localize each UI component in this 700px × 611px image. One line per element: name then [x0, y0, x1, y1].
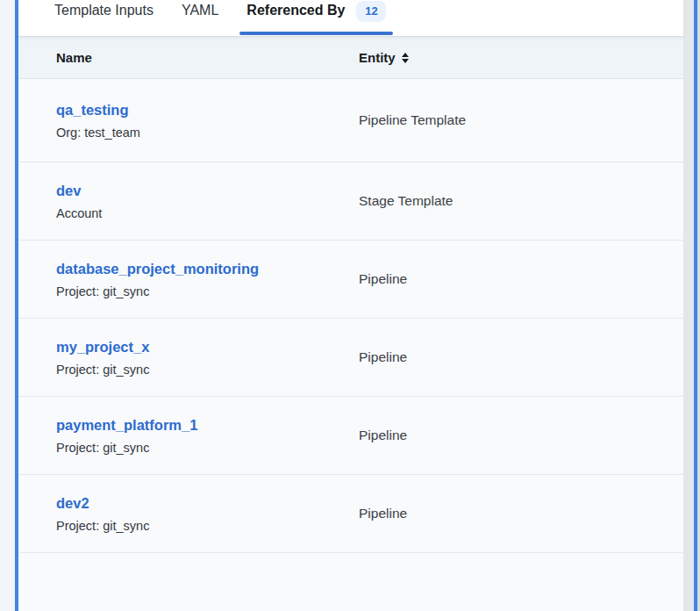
- reference-name-cell: dev2 Project: git_sync: [56, 494, 359, 534]
- reference-name-link[interactable]: dev: [56, 182, 81, 199]
- referenced-by-table: Name Entity qa_testing Org: test_team Pi…: [18, 37, 683, 611]
- table-row[interactable]: payment_platform_3: [18, 553, 683, 586]
- reference-name-cell: payment_platform_3: [56, 583, 359, 586]
- reference-scope-label: Project: git_sync: [56, 518, 359, 534]
- reference-name-cell: qa_testing Org: test_team: [56, 101, 359, 140]
- tab-label: Template Inputs: [54, 2, 154, 19]
- table-body: qa_testing Org: test_team Pipeline Templ…: [18, 79, 683, 586]
- table-row[interactable]: qa_testing Org: test_team Pipeline Templ…: [18, 79, 683, 162]
- reference-name-link[interactable]: dev2: [56, 494, 89, 512]
- entity-type-label: Pipeline Template: [359, 112, 466, 128]
- reference-name-cell: database_project_monitoring Project: git…: [56, 260, 359, 299]
- reference-scope-label: Project: git_sync: [56, 440, 359, 456]
- template-details-panel: Template Inputs YAML Referenced By 12 Na…: [0, 0, 700, 611]
- reference-name-link[interactable]: payment_platform_1: [56, 416, 197, 434]
- table-row[interactable]: dev Account Stage Template: [18, 162, 683, 241]
- table-header: Name Entity: [18, 37, 683, 79]
- reference-scope-label: Project: git_sync: [56, 284, 359, 299]
- tab-label: Referenced By: [246, 2, 345, 19]
- reference-name-cell: dev Account: [56, 182, 359, 221]
- table-row[interactable]: dev2 Project: git_sync Pipeline: [18, 475, 683, 553]
- column-header-name: Name: [56, 50, 359, 65]
- table-row[interactable]: payment_platform_1 Project: git_sync Pip…: [18, 397, 683, 475]
- column-header-entity[interactable]: Entity: [359, 50, 409, 65]
- table-row[interactable]: my_project_x Project: git_sync Pipeline: [18, 319, 683, 397]
- table-row[interactable]: database_project_monitoring Project: git…: [18, 241, 683, 319]
- tab-bar: Template Inputs YAML Referenced By 12: [18, 0, 683, 37]
- entity-type-label: Pipeline: [359, 271, 407, 287]
- reference-name-cell: my_project_x Project: git_sync: [56, 338, 359, 377]
- entity-type-label: Pipeline: [359, 428, 407, 443]
- reference-scope-label: Project: git_sync: [56, 362, 359, 377]
- reference-name-cell: payment_platform_1 Project: git_sync: [56, 416, 359, 456]
- entity-type-label: Pipeline: [359, 506, 407, 521]
- reference-name-link[interactable]: database_project_monitoring: [56, 260, 259, 277]
- column-header-entity-label: Entity: [359, 50, 396, 65]
- tab-template-inputs[interactable]: Template Inputs: [47, 0, 161, 36]
- reference-name-link[interactable]: payment_platform_3: [56, 583, 197, 586]
- panel-content: Template Inputs YAML Referenced By 12 Na…: [18, 0, 683, 611]
- page-background-left: [0, 0, 15, 611]
- reference-scope-label: Org: test_team: [56, 125, 359, 140]
- reference-scope-label: Account: [56, 205, 359, 221]
- sort-icon: [402, 53, 409, 63]
- referenced-by-count-badge: 12: [356, 1, 386, 22]
- scrollbar-track[interactable]: [683, 0, 694, 611]
- entity-type-label: Stage Template: [359, 193, 453, 209]
- tab-label: YAML: [182, 2, 218, 19]
- reference-name-link[interactable]: my_project_x: [56, 338, 149, 356]
- entity-type-label: Pipeline: [359, 349, 407, 365]
- reference-name-link[interactable]: qa_testing: [56, 101, 129, 119]
- tab-referenced-by[interactable]: Referenced By 12: [239, 0, 393, 36]
- tab-yaml[interactable]: YAML: [175, 0, 225, 36]
